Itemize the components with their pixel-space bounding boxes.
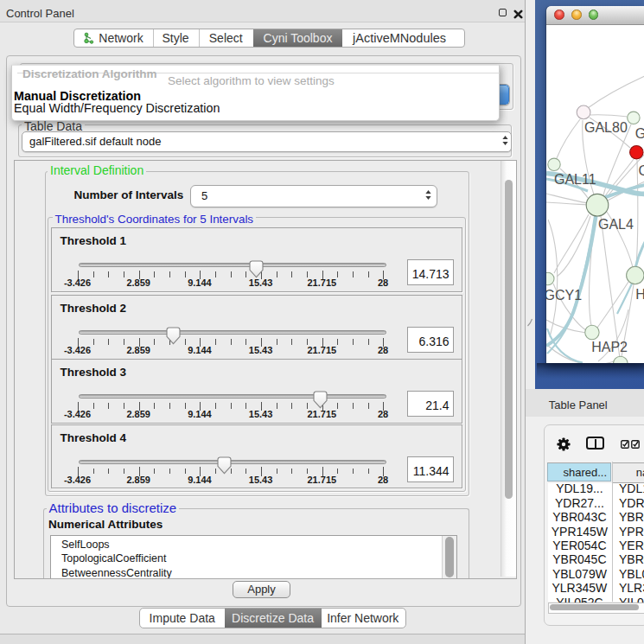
svg-text:HAP2: HAP2 bbox=[591, 340, 628, 354]
svg-text:CR: CR bbox=[638, 163, 644, 178]
svg-text:GAL80: GAL80 bbox=[584, 120, 628, 135]
svg-text:HA: HA bbox=[635, 287, 644, 302]
svg-text:GAL11: GAL11 bbox=[554, 172, 596, 187]
svg-text:GAL4: GAL4 bbox=[598, 217, 634, 232]
svg-text:GCY1: GCY1 bbox=[546, 288, 582, 303]
svg-text:GA: GA bbox=[634, 126, 643, 141]
